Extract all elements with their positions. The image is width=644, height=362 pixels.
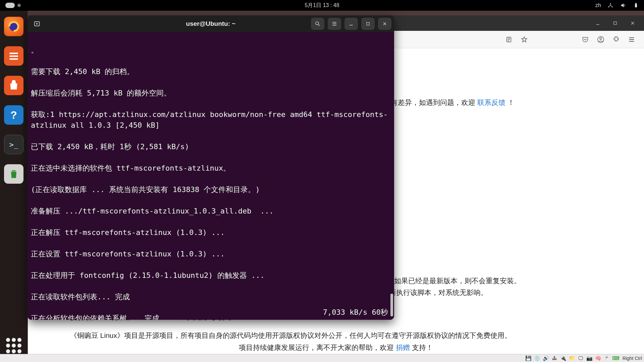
terminal-content[interactable]: 。 需要下载 2,450 kB 的归档。 解压缩后会消耗 5,713 kB 的额… xyxy=(28,32,394,320)
vb-network-icon[interactable]: 🖧 xyxy=(551,355,558,362)
activities-button[interactable] xyxy=(5,3,21,8)
term-line: 。 xyxy=(31,46,38,54)
window-maximize-button[interactable] xyxy=(608,17,622,29)
terminal-maximize-button[interactable] xyxy=(361,18,375,30)
term-line: 正在解压 ttf-mscorefonts-atzlinux (1.0.3) ..… xyxy=(31,228,225,237)
term-line: 正在处理用于 fontconfig (2.15.0-1.1ubuntu2) 的触… xyxy=(31,271,265,280)
vb-audio-icon[interactable]: 🔊 xyxy=(543,355,549,362)
extensions-icon[interactable] xyxy=(611,35,621,45)
vb-shared-folders-icon[interactable]: 📁 xyxy=(569,355,576,362)
term-line: 获取:1 https://apt.atzlinux.com/atzlinux b… xyxy=(31,110,388,129)
term-line: 正在设置 ttf-mscorefonts-atzlinux (1.0.3) ..… xyxy=(31,250,225,258)
page-text: ！ xyxy=(507,99,515,106)
term-line: 已下载 2,450 kB，耗时 1秒 (2,581 kB/s) xyxy=(31,142,189,151)
svg-point-1 xyxy=(608,6,609,7)
term-line: 正在分析软件包的依赖关系树... 完成 xyxy=(31,314,159,320)
dock-files[interactable] xyxy=(4,46,23,66)
vb-host-key-label: Right Ctrl xyxy=(623,356,642,361)
terminal-scrollbar[interactable] xyxy=(390,32,393,320)
dock-terminal[interactable]: >_ xyxy=(4,135,23,154)
vb-cpu-icon[interactable]: 🧠 xyxy=(595,355,602,362)
vb-optical-icon[interactable]: 💿 xyxy=(534,355,541,362)
svg-rect-3 xyxy=(635,4,637,7)
page-text: 项目持续健康发展运行，离不开大家的帮助，欢迎 xyxy=(239,344,396,351)
bookmark-star-icon[interactable] xyxy=(519,35,529,45)
svg-point-14 xyxy=(316,22,319,25)
window-minimize-button[interactable] xyxy=(591,17,604,29)
term-download-rate: 7,033 kB/s 60秒 xyxy=(323,307,388,318)
show-applications[interactable] xyxy=(6,338,21,353)
term-line: 正在选中未选择的软件包 ttf-mscorefonts-atzlinux。 xyxy=(31,164,230,172)
page-text: 支持！ xyxy=(412,344,433,351)
ubuntu-dock: ? >_ xyxy=(0,11,28,362)
terminal-minimize-button[interactable] xyxy=(344,18,358,30)
dock-software[interactable] xyxy=(4,76,23,95)
window-close-button[interactable] xyxy=(626,17,639,29)
ime-indicator[interactable]: zh xyxy=(595,2,601,8)
terminal-close-button[interactable] xyxy=(378,18,391,30)
clock[interactable]: 5月1日 13 : 48 xyxy=(305,2,339,9)
scrollbar-thumb[interactable] xyxy=(390,294,393,316)
svg-rect-6 xyxy=(9,53,18,54)
vb-display-icon[interactable]: 🖵 xyxy=(578,355,584,362)
dock-trash[interactable] xyxy=(4,164,23,184)
terminal-titlebar: user@Ubuntu: ~ xyxy=(28,15,394,32)
system-tray[interactable]: zh xyxy=(595,2,639,9)
vb-usb-icon[interactable]: 🔌 xyxy=(560,355,567,362)
dock-help[interactable]: ? xyxy=(4,105,23,125)
page-text: 重新执行该脚本，对系统无影响。 xyxy=(382,287,631,299)
account-icon[interactable] xyxy=(596,35,606,45)
network-icon[interactable] xyxy=(607,2,614,9)
terminal-new-tab-button[interactable] xyxy=(30,18,44,30)
term-line: 正在读取软件包列表... 完成 xyxy=(31,293,130,301)
page-text: 本；如果已经是最新版本，则不会重复安装。 xyxy=(380,275,631,287)
svg-rect-4 xyxy=(636,3,637,4)
vb-recording-icon[interactable]: 📷 xyxy=(586,355,593,362)
contact-feedback-link[interactable]: 联系反馈 xyxy=(477,99,505,106)
svg-point-0 xyxy=(610,3,611,4)
page-text: 《铜豌豆 Linux》项目是开源项目，所有项目自身的源代码均使用开源版权协议对外… xyxy=(70,329,631,342)
reader-mode-icon[interactable] xyxy=(504,35,514,45)
hamburger-menu-icon[interactable] xyxy=(627,35,637,45)
term-line: 解压缩后会消耗 5,713 kB 的额外空间。 xyxy=(31,89,171,97)
pocket-icon[interactable] xyxy=(580,35,590,45)
vb-keyboard-icon[interactable]: ⌨ xyxy=(612,355,619,362)
svg-point-2 xyxy=(612,6,613,7)
svg-rect-15 xyxy=(367,22,369,25)
power-icon[interactable] xyxy=(633,2,639,9)
svg-rect-9 xyxy=(614,22,616,24)
svg-point-11 xyxy=(600,38,602,40)
donate-link[interactable]: 捐赠 xyxy=(396,344,410,351)
vb-hdd-icon[interactable]: 💾 xyxy=(525,355,532,362)
svg-rect-8 xyxy=(9,58,18,60)
term-line: 需要下载 2,450 kB 的归档。 xyxy=(31,67,134,76)
vb-mouse-icon[interactable]: 🖱️ xyxy=(604,355,610,362)
svg-rect-7 xyxy=(9,56,18,57)
volume-icon[interactable] xyxy=(620,2,627,9)
terminal-search-button[interactable] xyxy=(311,18,324,30)
dock-firefox[interactable] xyxy=(4,17,23,36)
terminal-title: user@Ubuntu: ~ xyxy=(186,20,236,27)
gnome-top-bar: 5月1日 13 : 48 zh xyxy=(0,0,644,11)
terminal-hamburger-button[interactable] xyxy=(328,18,341,30)
virtualbox-status-bar: 💾 💿 🔊 🖧 🔌 📁 🖵 📷 🧠 🖱️ ⌨ Right Ctrl xyxy=(0,354,644,362)
term-line: 准备解压 .../ttf-mscorefonts-atzlinux_1.0.3_… xyxy=(31,207,274,215)
gnome-terminal-window: user@Ubuntu: ~ 。 需要下载 2,450 kB 的归档。 解压缩后… xyxy=(28,15,394,320)
term-line: (正在读取数据库 ... 系统当前共安装有 163838 个文件和目录。) xyxy=(31,185,260,194)
